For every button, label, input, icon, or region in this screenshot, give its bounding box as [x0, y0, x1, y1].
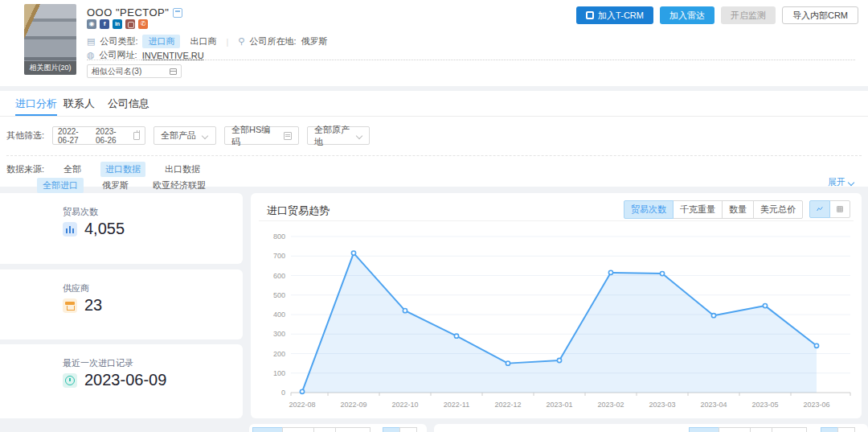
- import-trend-card: 进口贸易趋势 贸易次数 千克重量 数量 美元总价 010020030040050…: [251, 193, 862, 418]
- stat-label: 贸易次数: [63, 206, 98, 218]
- data-source-row: 数据来源: 全部 进口数据 出口数据: [6, 162, 205, 177]
- company-photo[interactable]: 相关图片(20): [24, 4, 76, 75]
- chart-divider: [259, 220, 854, 221]
- website-link[interactable]: INVENTIVE.RU: [142, 51, 204, 60]
- svg-text:800: 800: [273, 232, 285, 241]
- bottom-left-view-toggle[interactable]: [383, 427, 417, 432]
- metric-quantity[interactable]: 数量: [722, 200, 754, 219]
- bar-chart-icon: [63, 222, 77, 237]
- svg-text:600: 600: [273, 272, 285, 280]
- svg-text:400: 400: [273, 311, 285, 319]
- bottom-left-card: [249, 424, 427, 432]
- stat-card-last-import: 最近一次进口记录 2023-06-09: [0, 344, 243, 418]
- svg-text:2023-03: 2023-03: [649, 401, 675, 409]
- svg-text:2022-08: 2022-08: [289, 401, 315, 409]
- tab-bar: 进口分析 联系人 公司信息: [0, 91, 868, 117]
- bottom-right-view-toggle[interactable]: [821, 427, 855, 432]
- metric-kg-weight[interactable]: 千克重量: [673, 200, 723, 219]
- svg-text:0: 0: [281, 389, 285, 397]
- trend-chart[interactable]: 01002003004005006007008002022-082022-092…: [257, 225, 855, 417]
- exporter-tag[interactable]: 出口商: [190, 35, 216, 47]
- hs-code-select[interactable]: 全部HS编码: [224, 126, 299, 145]
- instagram-icon[interactable]: [125, 19, 135, 29]
- source-option-import[interactable]: 进口数据: [100, 162, 145, 177]
- similar-company-dropdown[interactable]: 相似公司名(3): [87, 64, 182, 78]
- table-icon[interactable]: [829, 200, 850, 218]
- dotted-separator: [87, 60, 855, 60]
- svg-text:2023-01: 2023-01: [546, 401, 572, 409]
- linkedin-icon[interactable]: in: [113, 19, 122, 29]
- source-option-export[interactable]: 出口数据: [160, 162, 205, 177]
- tab-company-info[interactable]: 公司信息: [108, 91, 149, 116]
- bottom-left-segment[interactable]: [253, 427, 371, 432]
- stat-label: 最近一次进口记录: [63, 357, 133, 369]
- bottom-right-card: [434, 424, 868, 432]
- location-value: 俄罗斯: [301, 35, 327, 47]
- date-end: 2023-06-26: [96, 127, 127, 145]
- svg-text:2022-11: 2022-11: [444, 401, 469, 409]
- scope-russia[interactable]: 俄罗斯: [96, 178, 134, 193]
- translate-icon[interactable]: [173, 8, 182, 18]
- svg-text:2023-05: 2023-05: [751, 401, 778, 409]
- phone-icon[interactable]: ✆: [138, 19, 148, 29]
- chart-title: 进口贸易趋势: [267, 204, 330, 218]
- svg-text:2023-06: 2023-06: [803, 401, 829, 409]
- crm-icon: [586, 11, 594, 19]
- svg-text:300: 300: [273, 330, 285, 338]
- company-name-row: OOO "PECTOP": [87, 6, 182, 19]
- svg-text:2022-12: 2022-12: [494, 401, 521, 409]
- company-name: OOO "PECTOP": [87, 6, 169, 19]
- dashed-separator: [6, 155, 862, 156]
- website-social-icon[interactable]: [87, 19, 96, 29]
- window-icon: [170, 68, 177, 75]
- location-icon: ⚲: [238, 36, 244, 47]
- svg-text:2023-02: 2023-02: [597, 401, 624, 409]
- scope-all-import[interactable]: 全部进口: [37, 178, 84, 193]
- expand-toggle[interactable]: 展开: [828, 176, 855, 188]
- facebook-icon[interactable]: f: [100, 19, 109, 29]
- svg-text:500: 500: [273, 291, 285, 299]
- date-range-picker[interactable]: 2022-06-27 2023-06-26: [52, 126, 145, 145]
- date-start: 2022-06-27: [58, 127, 89, 145]
- chevron-down-icon: [849, 179, 855, 186]
- metric-usd-total[interactable]: 美元总价: [753, 200, 803, 219]
- stat-value: 4,055: [84, 220, 125, 238]
- add-tcrm-button[interactable]: 加入T-CRM: [576, 6, 653, 24]
- metric-segment: 贸易次数 千克重量 数量 美元总价: [624, 200, 803, 219]
- data-source-label: 数据来源:: [6, 163, 44, 175]
- shop-icon: [63, 298, 77, 313]
- clock-icon: [63, 373, 77, 388]
- line-chart-icon[interactable]: [809, 200, 830, 218]
- svg-text:2023-04: 2023-04: [700, 401, 727, 409]
- tab-import-analysis[interactable]: 进口分析: [15, 91, 57, 116]
- svg-text:2022-09: 2022-09: [340, 401, 366, 409]
- metric-trade-count[interactable]: 贸易次数: [624, 200, 674, 219]
- svg-text:100: 100: [273, 369, 285, 377]
- location-label: 公司所在地:: [249, 35, 296, 47]
- trend-chart-svg: 01002003004005006007008002022-082022-092…: [257, 225, 855, 413]
- chevron-down-icon: [203, 133, 209, 139]
- calendar-icon: [133, 132, 140, 140]
- stat-card-suppliers: 供应商 23: [0, 269, 243, 339]
- scope-eaeu[interactable]: 欧亚经济联盟: [147, 178, 211, 193]
- chart-controls: 贸易次数 千克重量 数量 美元总价: [624, 200, 850, 219]
- importer-tag[interactable]: 进口商: [142, 35, 180, 48]
- social-links: f in ✆: [87, 19, 148, 29]
- divider: |: [221, 37, 233, 47]
- source-option-all[interactable]: 全部: [59, 162, 86, 177]
- tab-contacts[interactable]: 联系人: [63, 91, 95, 116]
- company-header: 相关图片(20) OOO "PECTOP" f in ✆ ▤ 公司类型: 进口商…: [0, 0, 868, 86]
- origin-select[interactable]: 全部原产地: [307, 126, 370, 145]
- company-type-label: 公司类型:: [100, 35, 137, 47]
- header-actions: 加入T-CRM 加入雷达 开启监测 导入内部CRM: [576, 6, 858, 24]
- start-monitor-button[interactable]: 开启监测: [721, 6, 776, 24]
- bottom-right-segment[interactable]: [690, 427, 807, 432]
- stat-label: 供应商: [63, 282, 89, 294]
- add-radar-button[interactable]: 加入雷达: [660, 6, 714, 24]
- company-type-row: ▤ 公司类型: 进口商 出口商 | ⚲ 公司所在地: 俄罗斯: [87, 35, 327, 48]
- stat-value: 2023-06-09: [84, 371, 166, 389]
- import-crm-button[interactable]: 导入内部CRM: [782, 6, 858, 24]
- building-icon: ▤: [87, 36, 95, 47]
- stat-value: 23: [84, 296, 102, 315]
- product-select[interactable]: 全部产品: [154, 126, 216, 145]
